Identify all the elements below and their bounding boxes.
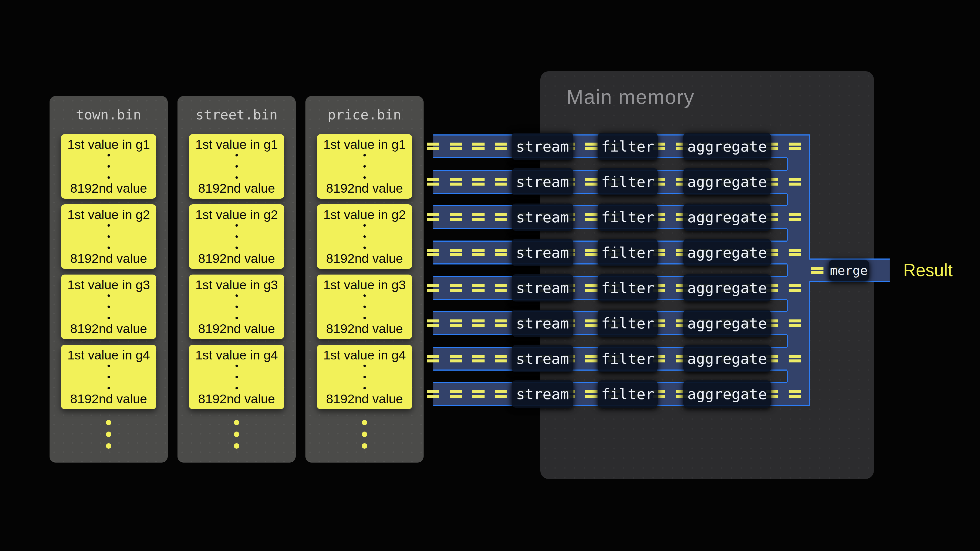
pipeline-comb: merge streamfilteraggregatestreamfiltera… <box>0 0 980 551</box>
stage-box-filter: filter <box>598 203 658 231</box>
stage-box-aggregate: aggregate <box>683 203 771 231</box>
stage-box-stream: stream <box>512 380 573 408</box>
stage-box-filter: filter <box>598 345 658 372</box>
pipeline-spine <box>787 135 810 405</box>
stage-box-filter: filter <box>598 380 658 408</box>
stage-box-filter: filter <box>598 239 658 266</box>
stage-box-stream: stream <box>512 203 573 231</box>
result-label: Result <box>903 260 953 280</box>
stage-box-stream: stream <box>512 310 573 337</box>
stage-box-stream: stream <box>512 274 573 302</box>
stage-box-aggregate: aggregate <box>683 380 771 408</box>
stage-box-filter: filter <box>598 168 658 195</box>
stage-box-aggregate: aggregate <box>683 310 771 337</box>
stage-box-aggregate: aggregate <box>683 274 771 302</box>
stage-box-aggregate: aggregate <box>683 133 771 160</box>
stage-box-stream: stream <box>512 168 573 195</box>
stage-box-stream: stream <box>512 239 573 266</box>
stage-box-aggregate: aggregate <box>683 168 771 195</box>
stage-box-aggregate: aggregate <box>683 345 771 372</box>
stage-box-aggregate: aggregate <box>683 239 771 266</box>
stage-box-filter: filter <box>598 274 658 302</box>
stage-box-stream: stream <box>512 133 573 160</box>
stage-box-filter: filter <box>598 133 658 160</box>
diagram-stage: town.bin 1st value in g18192nd value1st … <box>0 0 980 551</box>
merge-operator-box: merge <box>829 260 869 281</box>
stage-box-filter: filter <box>598 310 658 337</box>
stage-box-stream: stream <box>512 345 573 372</box>
